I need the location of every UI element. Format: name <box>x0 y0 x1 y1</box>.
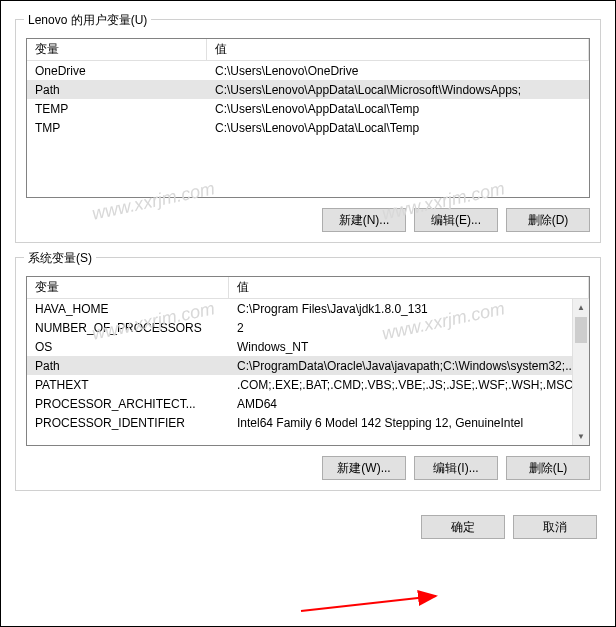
system-vars-header: 变量 值 <box>27 277 589 299</box>
user-delete-button[interactable]: 删除(D) <box>506 208 590 232</box>
user-vars-buttons: 新建(N)... 编辑(E)... 删除(D) <box>26 208 590 232</box>
var-name-cell: PATHEXT <box>27 377 229 393</box>
user-variables-group: Lenovo 的用户变量(U) 变量 值 OneDriveC:\Users\Le… <box>15 19 601 243</box>
user-vars-header: 变量 值 <box>27 39 589 61</box>
system-edit-button[interactable]: 编辑(I)... <box>414 456 498 480</box>
table-row[interactable]: NUMBER_OF_PROCESSORS2 <box>27 318 589 337</box>
table-row[interactable]: OSWindows_NT <box>27 337 589 356</box>
table-row[interactable]: PROCESSOR_IDENTIFIERIntel64 Family 6 Mod… <box>27 413 589 432</box>
var-name-cell: NUMBER_OF_PROCESSORS <box>27 320 229 336</box>
var-value-cell: C:\ProgramData\Oracle\Java\javapath;C:\W… <box>229 358 589 374</box>
table-row[interactable]: TEMPC:\Users\Lenovo\AppData\Local\Temp <box>27 99 589 118</box>
var-value-cell: C:\Users\Lenovo\AppData\Local\Microsoft\… <box>207 82 589 98</box>
annotation-arrow-icon <box>296 566 456 616</box>
table-row[interactable]: OneDriveC:\Users\Lenovo\OneDrive <box>27 61 589 80</box>
var-value-cell: C:\Users\Lenovo\AppData\Local\Temp <box>207 120 589 136</box>
dialog-buttons: 确定 取消 <box>15 505 601 543</box>
user-new-button[interactable]: 新建(N)... <box>322 208 406 232</box>
system-delete-button[interactable]: 删除(L) <box>506 456 590 480</box>
var-value-cell: C:\Users\Lenovo\AppData\Local\Temp <box>207 101 589 117</box>
system-vars-title: 系统变量(S) <box>24 250 96 267</box>
user-vars-listview[interactable]: 变量 值 OneDriveC:\Users\Lenovo\OneDrivePat… <box>26 38 590 198</box>
user-vars-title: Lenovo 的用户变量(U) <box>24 12 151 29</box>
scroll-up-icon[interactable]: ▲ <box>573 299 589 316</box>
var-value-cell: .COM;.EXE;.BAT;.CMD;.VBS;.VBE;.JS;.JSE;.… <box>229 377 589 393</box>
var-value-cell: Windows_NT <box>229 339 589 355</box>
system-new-button[interactable]: 新建(W)... <box>322 456 406 480</box>
col-header-value[interactable]: 值 <box>229 276 589 299</box>
ok-button[interactable]: 确定 <box>421 515 505 539</box>
col-header-name[interactable]: 变量 <box>27 38 207 61</box>
var-name-cell: TMP <box>27 120 207 136</box>
scroll-thumb[interactable] <box>575 317 587 343</box>
var-name-cell: Path <box>27 358 229 374</box>
user-edit-button[interactable]: 编辑(E)... <box>414 208 498 232</box>
var-name-cell: HAVA_HOME <box>27 301 229 317</box>
var-name-cell: TEMP <box>27 101 207 117</box>
table-row[interactable]: PathC:\ProgramData\Oracle\Java\javapath;… <box>27 356 589 375</box>
col-header-value[interactable]: 值 <box>207 38 589 61</box>
system-scrollbar[interactable]: ▲ ▼ <box>572 299 589 445</box>
system-vars-listview[interactable]: 变量 值 HAVA_HOMEC:\Program Files\Java\jdk1… <box>26 276 590 446</box>
var-value-cell: C:\Program Files\Java\jdk1.8.0_131 <box>229 301 589 317</box>
var-name-cell: PROCESSOR_ARCHITECT... <box>27 396 229 412</box>
var-name-cell: OS <box>27 339 229 355</box>
table-row[interactable]: PATHEXT.COM;.EXE;.BAT;.CMD;.VBS;.VBE;.JS… <box>27 375 589 394</box>
cancel-button[interactable]: 取消 <box>513 515 597 539</box>
table-row[interactable]: PROCESSOR_ARCHITECT...AMD64 <box>27 394 589 413</box>
var-name-cell: OneDrive <box>27 63 207 79</box>
var-value-cell: AMD64 <box>229 396 589 412</box>
var-value-cell: Intel64 Family 6 Model 142 Stepping 12, … <box>229 415 589 431</box>
table-row[interactable]: PathC:\Users\Lenovo\AppData\Local\Micros… <box>27 80 589 99</box>
col-header-name[interactable]: 变量 <box>27 276 229 299</box>
var-value-cell: C:\Users\Lenovo\OneDrive <box>207 63 589 79</box>
table-row[interactable]: TMPC:\Users\Lenovo\AppData\Local\Temp <box>27 118 589 137</box>
scroll-down-icon[interactable]: ▼ <box>573 428 589 445</box>
system-vars-buttons: 新建(W)... 编辑(I)... 删除(L) <box>26 456 590 480</box>
var-value-cell: 2 <box>229 320 589 336</box>
table-row[interactable]: HAVA_HOMEC:\Program Files\Java\jdk1.8.0_… <box>27 299 589 318</box>
system-variables-group: 系统变量(S) 变量 值 HAVA_HOMEC:\Program Files\J… <box>15 257 601 491</box>
var-name-cell: PROCESSOR_IDENTIFIER <box>27 415 229 431</box>
var-name-cell: Path <box>27 82 207 98</box>
svg-line-1 <box>301 596 436 611</box>
